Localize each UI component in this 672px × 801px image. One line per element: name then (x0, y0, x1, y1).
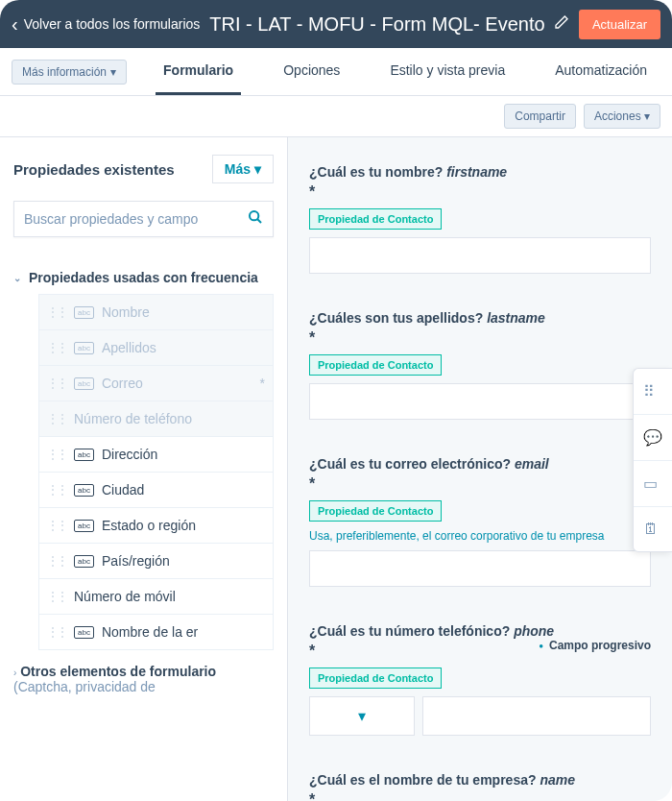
field-label: ¿Cuál es tu nombre? firstname (309, 164, 651, 180)
property-item: ⋮⋮abcNombre (38, 294, 274, 330)
back-to-forms-link[interactable]: Volver a todos los formularios (12, 13, 200, 36)
property-label: Número de teléfono (74, 411, 192, 426)
property-item[interactable]: ⋮⋮abcNombre de la er (38, 614, 274, 650)
chevron-down-icon: ▾ (254, 161, 261, 177)
property-type-badge: Propiedad de Contacto (309, 668, 442, 689)
search-input[interactable] (24, 211, 248, 227)
property-item: ⋮⋮Número de teléfono (38, 400, 274, 437)
required-star: * (309, 791, 651, 801)
svg-line-1 (257, 219, 261, 223)
property-label: Ciudad (102, 482, 144, 498)
required-star: * (309, 475, 651, 493)
field-input[interactable] (309, 383, 651, 420)
property-label: País/región (102, 553, 170, 569)
property-type-badge: Propiedad de Contacto (309, 354, 442, 376)
property-label: Nombre (102, 304, 150, 320)
property-item[interactable]: ⋮⋮Número de móvil (38, 578, 274, 615)
field-input[interactable] (309, 550, 651, 587)
property-label: Apellidos (102, 340, 156, 355)
form-field-block[interactable]: ¿Cuál es tu nombre? firstname*Propiedad … (309, 164, 651, 274)
form-field-block[interactable]: ¿Cuál es el nombre de tu empresa? name*P… (309, 772, 651, 801)
property-label: Nombre de la er (102, 624, 198, 640)
field-help-text: Usa, preferiblemente, el correo corporat… (309, 529, 651, 543)
drag-handle-icon: ⋮⋮ (47, 412, 66, 425)
other-elements-subtitle: (Captcha, privacidad de (13, 679, 156, 694)
field-type-icon: abc (74, 449, 94, 461)
property-item[interactable]: ⋮⋮abcPaís/región (38, 543, 274, 579)
share-button[interactable]: Compartir (504, 104, 576, 129)
tab-opciones[interactable]: Opciones (276, 48, 348, 95)
field-input[interactable] (422, 696, 651, 736)
actions-label: Acciones (594, 109, 641, 123)
dock-grid-icon[interactable]: ⠿ (634, 369, 672, 415)
mas-label: Más (225, 161, 251, 177)
field-type-icon: abc (74, 377, 94, 390)
frequent-props-title: Propiedades usadas con frecuencia (29, 270, 258, 285)
other-elements-title: Otros elementos de formulario (20, 664, 216, 679)
tab-formulario[interactable]: Formulario (156, 48, 241, 95)
required-star: * (260, 376, 265, 391)
other-elements-header[interactable]: › Otros elementos de formulario (Captcha… (13, 650, 274, 694)
drag-handle-icon: ⋮⋮ (47, 590, 66, 603)
field-label: ¿Cuál es el nombre de tu empresa? name (309, 772, 651, 788)
field-label: ¿Cuál es tu número telefónico? phoneCamp… (309, 623, 651, 639)
drag-handle-icon: ⋮⋮ (47, 341, 66, 354)
more-info-dropdown[interactable]: Más información ▾ (12, 60, 127, 85)
property-label: Número de móvil (74, 589, 176, 604)
progressive-indicator: Campo progresivo (539, 639, 651, 652)
form-field-block[interactable]: ¿Cuál es tu correo electrónico? email*Pr… (309, 456, 651, 587)
sidebar-title: Propiedades existentes (13, 161, 175, 178)
form-field-block[interactable]: ¿Cuáles son tus apellidos? lastname*Prop… (309, 310, 651, 420)
tab-estilo[interactable]: Estilo y vista previa (382, 48, 513, 95)
search-input-container[interactable] (13, 201, 274, 237)
field-type-icon: abc (74, 342, 94, 354)
country-code-select[interactable]: ▾ (309, 696, 415, 736)
property-item[interactable]: ⋮⋮abcCiudad (38, 472, 274, 508)
chevron-down-icon: ⌄ (13, 273, 21, 283)
chevron-down-icon: ▾ (110, 65, 116, 79)
drag-handle-icon: ⋮⋮ (47, 448, 66, 461)
property-label: Dirección (102, 447, 157, 462)
update-button[interactable]: Actualizar (579, 10, 660, 39)
mas-dropdown[interactable]: Más ▾ (212, 155, 274, 183)
property-type-badge: Propiedad de Contacto (309, 208, 442, 230)
field-type-icon: abc (74, 626, 94, 639)
back-label: Volver a todos los formularios (24, 16, 201, 32)
field-type-icon: abc (74, 520, 94, 532)
field-type-icon: abc (74, 306, 94, 319)
drag-handle-icon: ⋮⋮ (47, 305, 66, 319)
actions-dropdown[interactable]: Acciones ▾ (584, 104, 660, 129)
chevron-down-icon: ▾ (358, 707, 366, 725)
tab-automatizacion[interactable]: Automatización (547, 48, 655, 95)
drag-handle-icon: ⋮⋮ (47, 519, 66, 532)
property-item: ⋮⋮abcApellidos (38, 329, 274, 366)
required-star: * (309, 329, 651, 347)
drag-handle-icon: ⋮⋮ (47, 483, 66, 497)
chevron-down-icon: ▾ (644, 109, 650, 123)
property-label: Estado o región (102, 518, 196, 533)
chevron-right-icon: › (13, 668, 16, 678)
pencil-icon[interactable] (554, 14, 569, 34)
svg-point-0 (250, 211, 258, 220)
property-item[interactable]: ⋮⋮abcEstado o región (38, 507, 274, 544)
drag-handle-icon: ⋮⋮ (47, 554, 66, 568)
property-item[interactable]: ⋮⋮abcDirección (38, 436, 274, 473)
field-type-icon: abc (74, 484, 94, 497)
property-label: Correo (102, 376, 143, 391)
property-item: ⋮⋮abcCorreo* (38, 365, 274, 401)
field-label: ¿Cuál es tu correo electrónico? email (309, 456, 651, 472)
form-title: TRI - LAT - MOFU - Form MQL- Evento (209, 13, 544, 36)
form-field-block[interactable]: ¿Cuál es tu número telefónico? phoneCamp… (309, 623, 651, 736)
dock-form-icon[interactable]: ▭ (634, 461, 672, 507)
field-input[interactable] (309, 237, 651, 274)
drag-handle-icon: ⋮⋮ (47, 376, 66, 390)
field-label: ¿Cuáles son tus apellidos? lastname (309, 310, 651, 326)
dock-chat-icon[interactable]: 💬 (634, 415, 672, 461)
property-type-badge: Propiedad de Contacto (309, 500, 442, 522)
drag-handle-icon: ⋮⋮ (47, 625, 66, 639)
field-type-icon: abc (74, 555, 94, 568)
search-icon[interactable] (248, 209, 263, 229)
more-info-label: Más información (22, 65, 107, 79)
dock-calendar-icon[interactable]: 🗓 (634, 507, 672, 551)
frequent-props-header[interactable]: ⌄ Propiedades usadas con frecuencia (13, 260, 274, 295)
